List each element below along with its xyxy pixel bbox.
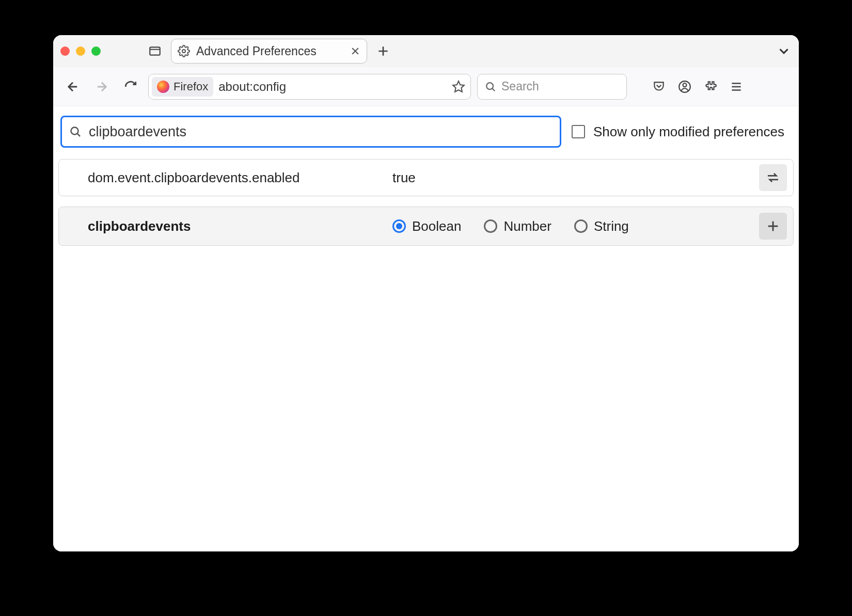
browser-window: Advanced Preferences Firefox (53, 35, 799, 551)
radio-icon (574, 219, 588, 233)
about-config-page: Show only modified preferences dom.event… (53, 106, 799, 551)
preference-list: dom.event.clipboardevents.enabled true c… (58, 159, 794, 246)
radio-label: Boolean (412, 218, 461, 234)
firefox-logo-icon (157, 81, 169, 93)
new-preference-type-radios: Boolean Number String (392, 218, 629, 234)
radio-icon (392, 219, 406, 233)
show-only-modified-label: Show only modified preferences (593, 124, 784, 140)
close-window-button[interactable] (60, 46, 70, 56)
minimize-window-button[interactable] (76, 46, 85, 56)
preference-row[interactable]: dom.event.clipboardevents.enabled true (58, 159, 794, 196)
radio-number[interactable]: Number (484, 218, 551, 234)
tab-list-button[interactable] (776, 43, 792, 59)
close-tab-button[interactable] (350, 46, 360, 56)
show-only-modified-toggle[interactable]: Show only modified preferences (572, 124, 784, 140)
account-icon[interactable] (673, 75, 696, 98)
forward-button[interactable] (90, 75, 113, 98)
svg-marker-9 (453, 81, 464, 92)
svg-point-10 (486, 83, 493, 89)
preference-value: true (392, 170, 759, 186)
toolbar-actions (648, 75, 748, 98)
svg-point-17 (71, 128, 78, 135)
radio-string[interactable]: String (574, 218, 629, 234)
menu-icon[interactable] (725, 75, 748, 98)
radio-label: String (594, 218, 629, 234)
radio-label: Number (503, 218, 551, 234)
svg-point-13 (683, 83, 687, 87)
search-bar[interactable]: Search (477, 74, 627, 100)
preference-search-box[interactable] (60, 116, 561, 148)
reload-button[interactable] (119, 75, 142, 98)
radio-boolean[interactable]: Boolean (392, 218, 461, 234)
tab-strip: Advanced Preferences (53, 35, 799, 67)
toggle-preference-button[interactable] (759, 164, 787, 191)
tab-advanced-preferences[interactable]: Advanced Preferences (171, 39, 367, 64)
url-text: about:config (218, 80, 447, 94)
bookmark-star-icon[interactable] (452, 80, 465, 93)
search-placeholder: Search (501, 80, 539, 93)
gear-icon (178, 45, 190, 57)
identity-label: Firefox (173, 80, 208, 93)
search-icon (485, 81, 496, 92)
back-button[interactable] (61, 75, 84, 98)
search-icon (69, 125, 82, 138)
window-controls (60, 46, 101, 56)
new-preference-row: clipboardevents Boolean Number String (58, 207, 794, 246)
add-preference-button[interactable] (759, 213, 787, 240)
identity-badge[interactable]: Firefox (152, 77, 213, 97)
new-tab-button[interactable] (372, 44, 394, 58)
tab-title: Advanced Preferences (196, 44, 344, 58)
address-bar[interactable]: Firefox about:config (148, 74, 471, 100)
maximize-window-button[interactable] (91, 46, 101, 56)
sidebar-toggle-icon[interactable] (144, 40, 166, 62)
checkbox-icon (572, 125, 585, 138)
pocket-icon[interactable] (648, 75, 670, 98)
radio-icon (484, 219, 497, 233)
svg-rect-0 (150, 47, 160, 55)
svg-line-11 (492, 88, 495, 91)
new-preference-name: clipboardevents (88, 218, 392, 234)
navigation-toolbar: Firefox about:config Search (53, 67, 799, 106)
extensions-icon[interactable] (699, 75, 722, 98)
svg-line-18 (77, 134, 80, 136)
svg-point-2 (182, 50, 185, 53)
preference-name: dom.event.clipboardevents.enabled (88, 170, 392, 186)
preference-search-input[interactable] (89, 124, 553, 140)
